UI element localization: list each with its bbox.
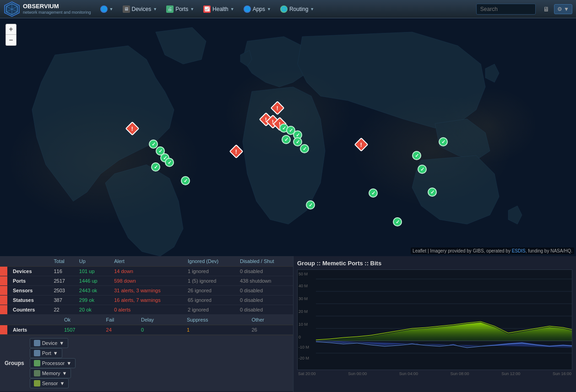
xlabel-sun12: Sun 12:00 [501,371,520,376]
xlabel-sun00: Sun 00:00 [348,371,367,376]
alerts-table: Ok Fail Delay Suppress Other Alerts 1507… [0,315,293,335]
nav-devices-btn[interactable]: 🖥 Devices ▼ [119,4,161,15]
map-attr-text: Leaflet | Imagery provided by GIBS, oper… [413,248,572,253]
row-up[interactable]: 299 ok [76,295,110,305]
group-filter-btn[interactable]: Port ▼ [30,348,62,358]
map-marker[interactable]: ✓ [393,217,402,226]
row-alert[interactable]: 598 down [110,276,184,286]
row-alert[interactable]: 0 alerts [110,305,184,315]
alerts-delay[interactable]: 0 [137,325,183,335]
row-alert[interactable]: 31 alerts, 3 warnings [110,286,184,295]
alerts-rows: Alerts 1507 24 0 1 26 [0,325,293,335]
col-alert-header: Alert [110,256,184,267]
group-filter-btn[interactable]: Device ▼ [30,338,69,348]
map-marker[interactable]: ✓ [439,137,448,146]
map-marker[interactable]: ✓ [181,176,190,185]
stats-rows: Devices 116 101 up 14 down 1 ignored 0 d… [0,267,293,315]
group-caret: ▼ [60,381,65,386]
apps-caret: ▼ [267,7,271,11]
row-up[interactable]: 1446 up [76,276,110,286]
group-filter-btn[interactable]: Processor ▼ [30,358,76,368]
row-disabled: 0 disabled [236,305,293,315]
group-filter-btn[interactable]: Sensor ▼ [30,378,69,388]
row-label[interactable]: Counters [7,305,50,315]
map-marker[interactable]: ✓ [151,162,160,172]
esdis-link[interactable]: ESDIS [512,248,526,253]
nav-health-btn[interactable]: 📈 Health ▼ [200,4,238,15]
world-map[interactable]: + − !✓✓✓✓✓✓!!!!✓✓✓✓✓✓!!✓✓✓✓✓✓✓ Leaflet |… [0,18,576,256]
svg-marker-12 [316,322,572,341]
alerts-row-label[interactable]: Alerts [7,325,60,335]
ylabel-30m: 30 M [299,296,308,301]
col-label-header [7,256,50,267]
nav-routing-btn[interactable]: 🌐 Routing ▼ [277,4,318,15]
row-up[interactable]: 101 up [76,267,110,276]
map-zoom-controls: + − [5,24,16,46]
xlabel-sun16: Sun 16:00 [553,371,571,376]
nav-ports-label: Ports [175,6,188,12]
group-label: Sensor [42,381,58,386]
row-label[interactable]: Sensors [7,286,50,295]
chart-area: 50 M 40 M 30 M 20 M 10 M 0 -10 M -20 M [297,269,572,370]
row-label[interactable]: Devices [7,267,50,276]
nav-routing-label: Routing [289,6,308,12]
row-disabled: 0 disabled [236,286,293,295]
monitor-btn[interactable]: 🖥 [541,4,551,15]
nav-apps-btn[interactable]: 🌐 Apps ▼ [240,4,275,15]
ylabel-neg10m: -10 M [299,345,309,349]
stats-row: Statuses 387 299 ok 16 alerts, 7 warning… [0,295,293,305]
alerts-suppress[interactable]: 1 [183,325,248,335]
app-logo: OBSERVIUM network management and monitor… [4,1,91,17]
map-attribution: Leaflet | Imagery provided by GIBS, oper… [411,247,574,254]
left-stats-panel: Total Up Alert Ignored (Dev) Disabled / … [0,256,293,392]
map-marker[interactable]: ✓ [282,135,291,144]
chart-y-labels: 50 M 40 M 30 M 20 M 10 M 0 -10 M -20 M [298,270,315,360]
row-alert[interactable]: 16 alerts, 7 warnings [110,295,184,305]
map-marker[interactable]: ✓ [428,188,437,197]
map-marker[interactable]: ✓ [300,144,309,153]
row-total: 2517 [50,276,75,286]
map-marker[interactable]: ✓ [306,200,315,209]
chart-svg [298,270,572,370]
nav-devices-label: Devices [132,6,152,12]
row-ignored: 26 ignored [184,286,236,295]
alerts-fail-header: Fail [103,315,137,325]
settings-btn[interactable]: ⚙ ▼ [554,4,572,14]
map-marker[interactable]: ✓ [418,165,427,174]
row-alert[interactable]: 14 down [110,267,184,276]
svg-marker-13 [316,341,572,354]
row-total: 22 [50,305,75,315]
globe-caret: ▼ [109,7,114,11]
alerts-indicator-header [0,315,7,325]
group-caret: ▼ [53,350,58,356]
alerts-ok[interactable]: 1507 [60,325,103,335]
ylabel-40m: 40 M [299,284,308,288]
row-up[interactable]: 20 ok [76,305,110,315]
col-total-header: Total [50,256,75,267]
search-input[interactable] [476,4,536,15]
row-ignored: 65 ignored [184,295,236,305]
map-marker[interactable]: ✓ [165,158,174,167]
nav-ports-btn[interactable]: 🖨 Ports ▼ [163,4,198,15]
nav-globe-btn[interactable]: 🌐 ▼ [97,4,117,15]
chart-title: Group :: Memetic Ports :: Bits [297,260,572,267]
app-tagline: network management and monitoring [23,10,91,15]
row-label[interactable]: Statuses [7,295,50,305]
group-icon [34,380,40,387]
alerts-row: Alerts 1507 24 0 1 26 [0,325,293,335]
map-marker[interactable]: ✓ [369,188,378,198]
row-label[interactable]: Ports [7,276,50,286]
row-total: 116 [50,267,75,276]
row-ignored: 1 ignored [184,267,236,276]
row-up[interactable]: 2443 ok [76,286,110,295]
zoom-in-btn[interactable]: + [5,24,16,35]
group-label: Memory [42,371,60,376]
zoom-out-btn[interactable]: − [5,35,16,46]
alerts-fail[interactable]: 24 [103,325,137,335]
ylabel-0: 0 [299,335,301,339]
group-filter-btn[interactable]: Memory ▼ [30,368,71,378]
row-disabled: 438 shutdown [236,276,293,286]
stats-row: Ports 2517 1446 up 598 down 1 (5) ignore… [0,276,293,286]
map-marker[interactable]: ✓ [412,151,421,160]
ylabel-10m: 10 M [299,322,308,327]
